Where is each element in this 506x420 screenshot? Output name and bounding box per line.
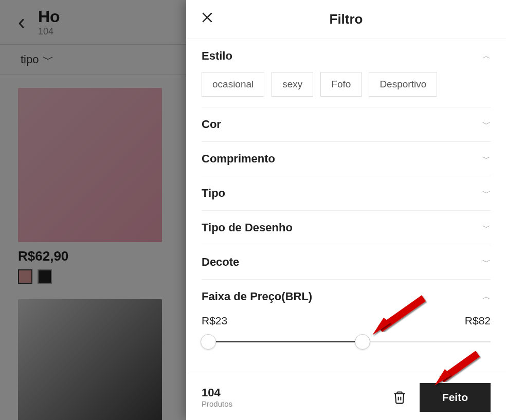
filter-panel-body: Estilo ︿ ocasional sexy Fofo Desportivo … <box>186 39 506 374</box>
price-max-label: R$82 <box>465 315 491 327</box>
filter-section-tipo-desenho: Tipo de Desenho ﹀ <box>202 211 491 245</box>
slider-handle-max[interactable] <box>355 334 370 350</box>
chevron-down-icon: ﹀ <box>43 52 54 67</box>
filter-chip-fofo[interactable]: Fofo <box>320 72 362 97</box>
clear-filters-button[interactable] <box>391 389 408 406</box>
section-title: Tipo de Desenho <box>202 221 293 234</box>
section-header-comprimento[interactable]: Comprimento ﹀ <box>202 152 491 166</box>
chevron-down-icon: ﹀ <box>482 223 491 233</box>
back-icon: ‹ <box>18 10 25 34</box>
swatch-pink <box>18 269 32 284</box>
section-title: Tipo <box>202 187 225 200</box>
filter-section-tipo: Tipo ﹀ <box>202 176 491 211</box>
section-header-estilo[interactable]: Estilo ︿ <box>202 49 491 63</box>
price-range-slider[interactable] <box>202 332 491 353</box>
bg-product-image <box>18 88 162 242</box>
section-header-tipo-desenho[interactable]: Tipo de Desenho ﹀ <box>202 221 491 234</box>
bg-product-image <box>18 299 162 420</box>
bg-filter-chip: tipo ﹀ <box>21 52 54 67</box>
chevron-down-icon: ﹀ <box>482 188 491 199</box>
done-button[interactable]: Feito <box>420 383 491 412</box>
result-count-label: Produtos <box>202 399 380 408</box>
bg-title-area: Ho 104 <box>38 7 60 37</box>
filter-panel: Filtro Estilo ︿ ocasional sexy Fofo Desp… <box>186 0 506 420</box>
chevron-down-icon: ﹀ <box>482 119 491 130</box>
price-range-labels: R$23 R$82 <box>202 315 491 327</box>
filter-panel-title: Filtro <box>330 11 363 27</box>
filter-section-price: Faixa de Preço(BRL) ︿ R$23 R$82 <box>202 280 491 368</box>
section-title: Cor <box>202 118 221 131</box>
section-header-price[interactable]: Faixa de Preço(BRL) ︿ <box>202 290 491 303</box>
close-button[interactable] <box>201 11 214 28</box>
filter-panel-footer: 104 Produtos Feito <box>186 374 506 420</box>
trash-icon <box>392 390 407 405</box>
bg-page-title: Ho <box>38 7 60 26</box>
section-title: Estilo <box>202 49 232 63</box>
filter-chip-ocasional[interactable]: ocasional <box>202 72 264 97</box>
estilo-options: ocasional sexy Fofo Desportivo <box>202 72 491 97</box>
slider-handle-min[interactable] <box>201 334 216 350</box>
price-min-label: R$23 <box>202 315 227 327</box>
section-title: Comprimento <box>202 152 275 166</box>
filter-panel-header: Filtro <box>186 0 506 39</box>
section-title: Decote <box>202 255 239 269</box>
swatch-black <box>38 269 52 284</box>
section-title: Faixa de Preço(BRL) <box>202 290 312 303</box>
bg-filter-chip-label: tipo <box>21 53 39 66</box>
close-icon <box>201 11 214 24</box>
bg-subtitle: 104 <box>38 26 60 37</box>
result-count: 104 Produtos <box>202 386 380 408</box>
filter-section-decote: Decote ﹀ <box>202 245 491 280</box>
result-count-number: 104 <box>202 386 380 399</box>
slider-track-active <box>202 341 360 342</box>
filter-chip-desportivo[interactable]: Desportivo <box>369 72 437 97</box>
chevron-up-icon: ︿ <box>482 291 491 302</box>
section-header-decote[interactable]: Decote ﹀ <box>202 255 491 269</box>
chevron-up-icon: ︿ <box>482 51 491 62</box>
chevron-down-icon: ﹀ <box>482 257 491 268</box>
chevron-down-icon: ﹀ <box>482 154 491 165</box>
section-header-cor[interactable]: Cor ﹀ <box>202 118 491 131</box>
filter-section-cor: Cor ﹀ <box>202 107 491 142</box>
filter-section-estilo: Estilo ︿ ocasional sexy Fofo Desportivo <box>202 39 491 107</box>
filter-section-comprimento: Comprimento ﹀ <box>202 142 491 176</box>
section-header-tipo[interactable]: Tipo ﹀ <box>202 187 491 200</box>
filter-chip-sexy[interactable]: sexy <box>272 72 313 97</box>
